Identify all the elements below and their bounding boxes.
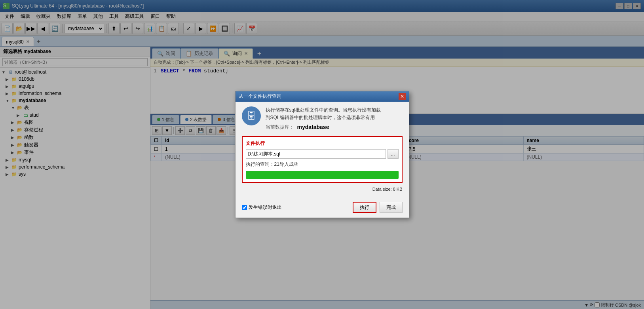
error-exit-label: 发生错误时退出 <box>249 204 282 211</box>
done-button[interactable]: 完成 <box>380 202 403 213</box>
modal-db-icon: 🗄 <box>242 106 261 125</box>
modal-body: 🗄 执行储存在sql批处理文件中的查询。当您执行没有加载到SQL编辑器中的批处理… <box>236 102 409 199</box>
execute-button[interactable]: 执行 <box>353 202 376 213</box>
modal-buttons: 执行 完成 <box>353 202 403 213</box>
browse-button[interactable]: ... <box>388 149 399 159</box>
exec-status-label: 执行的查询：21导入成功 <box>246 161 399 168</box>
file-exec-row: ... <box>246 149 399 159</box>
current-db-label: 当前数据库： <box>266 124 294 131</box>
modal-dialog: 从一个文件执行查询 ✕ 🗄 执行储存在sql批处理文件中的查询。当您执行没有加载… <box>235 91 409 218</box>
modal-close-button[interactable]: ✕ <box>399 93 406 100</box>
modal-current-db-row: 当前数据库： mydatabase <box>266 124 381 131</box>
modal-description: 执行储存在sql批处理文件中的查询。当您执行没有加载到SQL编辑器中的批处理脚本… <box>266 106 381 121</box>
data-size-label: Data size: 8 KB <box>242 187 403 191</box>
modal-overlay: 从一个文件执行查询 ✕ 🗄 执行储存在sql批处理文件中的查询。当您执行没有加载… <box>0 0 644 309</box>
modal-description-area: 执行储存在sql批处理文件中的查询。当您执行没有加载到SQL编辑器中的批处理脚本… <box>266 106 381 131</box>
file-path-input[interactable] <box>246 149 386 159</box>
modal-info-section: 🗄 执行储存在sql批处理文件中的查询。当您执行没有加载到SQL编辑器中的批处理… <box>242 106 403 131</box>
current-db-value: mydatabase <box>297 124 329 131</box>
file-exec-label: 文件执行 <box>246 140 399 147</box>
file-exec-section: 文件执行 ... 执行的查询：21导入成功 <box>242 136 403 183</box>
modal-titlebar: 从一个文件执行查询 ✕ <box>236 91 409 102</box>
progress-bar <box>246 171 399 179</box>
error-exit-checkbox[interactable] <box>242 205 247 210</box>
modal-title: 从一个文件执行查询 <box>239 93 281 100</box>
error-exit-row: 发生错误时退出 <box>242 204 282 211</box>
modal-footer: 发生错误时退出 执行 完成 <box>236 199 409 218</box>
